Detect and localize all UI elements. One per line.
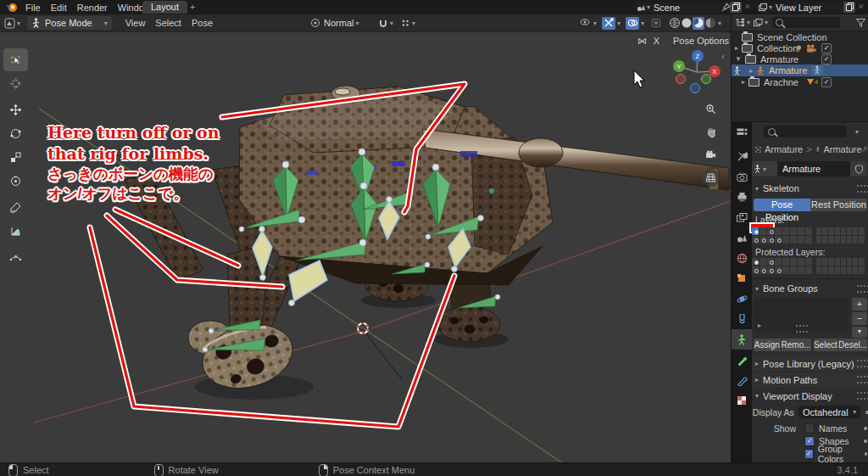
protected-layers-grid-left[interactable] bbox=[752, 258, 813, 274]
viewport-menu-view[interactable]: View bbox=[120, 18, 151, 28]
tab-tool[interactable] bbox=[732, 146, 752, 166]
proportional-edit-icon[interactable] bbox=[400, 18, 410, 28]
names-checkbox[interactable] bbox=[804, 423, 815, 434]
pin-icon[interactable] bbox=[862, 145, 867, 154]
exclude-checkbox[interactable]: ✓ bbox=[821, 54, 832, 64]
exclude-checkbox[interactable]: ✓ bbox=[821, 43, 832, 53]
tool-transform[interactable] bbox=[3, 170, 28, 193]
tab-render[interactable] bbox=[732, 166, 752, 187]
tool-pose-breakdowner[interactable] bbox=[3, 246, 28, 269]
tool-scale[interactable] bbox=[3, 146, 28, 169]
new-view-layer-button[interactable] bbox=[843, 2, 855, 13]
shading-solid-icon[interactable] bbox=[681, 17, 693, 29]
menu-file[interactable]: File bbox=[20, 3, 46, 13]
drag-grip-icon[interactable] bbox=[857, 376, 868, 384]
outliner-row-scene-collection[interactable]: Scene Collection bbox=[732, 31, 868, 42]
animate-dot[interactable] bbox=[864, 440, 867, 443]
breadcrumb-data[interactable]: Armature bbox=[823, 144, 861, 154]
xray-toggle-icon[interactable] bbox=[651, 18, 661, 28]
group-colors-checkbox[interactable]: ✓ bbox=[804, 449, 814, 459]
menu-edit[interactable]: Edit bbox=[46, 3, 72, 13]
remove-button[interactable]: Remo... bbox=[781, 339, 811, 351]
menu-render[interactable]: Render bbox=[72, 3, 113, 13]
drag-grip-icon[interactable] bbox=[857, 360, 868, 367]
tab-output[interactable] bbox=[732, 187, 752, 207]
pose-library-section-header[interactable]: ▸ Pose Library (Legacy) bbox=[752, 356, 868, 371]
tab-bone-constraint[interactable] bbox=[732, 370, 752, 390]
skeleton-section-header[interactable]: ▾ Skeleton bbox=[752, 182, 868, 195]
collapse-icon[interactable]: ▼ bbox=[735, 55, 742, 63]
bone-layers-grid-right[interactable] bbox=[816, 227, 865, 244]
add-workspace-button[interactable]: + bbox=[190, 2, 195, 12]
axis-neg-x[interactable] bbox=[676, 75, 686, 84]
snapping-controls[interactable]: ▾ ▾ bbox=[378, 18, 415, 28]
outliner-display-icon[interactable] bbox=[754, 19, 763, 27]
expand-icon[interactable]: ▸ bbox=[735, 44, 738, 52]
list-expand-icon[interactable]: ▸ bbox=[758, 322, 761, 329]
view-layer-selector[interactable]: ▾ View Layer bbox=[756, 2, 846, 13]
mode-selector[interactable]: Pose Mode ▾ bbox=[27, 16, 112, 30]
filter-icon[interactable] bbox=[856, 19, 865, 27]
workspace-tab-layout[interactable]: Layout bbox=[142, 1, 187, 14]
expand-icon[interactable]: ▸ bbox=[742, 78, 745, 86]
armature-name-input[interactable]: Armature bbox=[777, 161, 850, 176]
navigation-gizmo[interactable]: Z Y X bbox=[671, 48, 724, 98]
tool-move[interactable] bbox=[3, 98, 28, 121]
bone-groups-list[interactable]: ▸ bbox=[754, 298, 849, 333]
zoom-view-button[interactable] bbox=[702, 100, 720, 118]
shapes-checkbox[interactable]: ✓ bbox=[804, 436, 815, 446]
remove-bone-group-button[interactable]: − bbox=[852, 312, 867, 325]
shading-material-button[interactable] bbox=[693, 17, 704, 30]
properties-editor-selector[interactable] bbox=[732, 122, 752, 143]
bone-layers-grid-left[interactable] bbox=[752, 227, 813, 244]
expand-icon[interactable]: ▸ bbox=[749, 67, 753, 75]
tab-texture[interactable] bbox=[732, 390, 752, 411]
exclude-checkbox[interactable]: ✓ bbox=[821, 77, 832, 87]
outliner-row-armature-object-selected[interactable]: ▸ Armature bbox=[732, 64, 868, 76]
tool-cursor[interactable] bbox=[3, 72, 28, 95]
tool-annotate[interactable] bbox=[3, 196, 28, 219]
axis-neg-z[interactable] bbox=[691, 84, 700, 93]
tool-measure[interactable] bbox=[3, 220, 28, 243]
viewport-scene[interactable] bbox=[0, 0, 731, 462]
remove-view-layer-button[interactable]: ✕ bbox=[858, 3, 865, 11]
viewport-menu-pose[interactable]: Pose bbox=[186, 18, 218, 28]
new-scene-button[interactable] bbox=[730, 2, 742, 13]
pose-position-button[interactable]: Pose Position bbox=[754, 199, 810, 211]
display-as-dropdown[interactable]: Octahedral ▾ bbox=[798, 406, 860, 418]
blender-logo-icon[interactable] bbox=[5, 2, 19, 13]
gizmos-toggle[interactable] bbox=[602, 17, 615, 30]
tab-object-data-active[interactable] bbox=[732, 329, 752, 350]
tool-select-box[interactable] bbox=[3, 48, 28, 71]
mirror-x-button[interactable]: X bbox=[650, 35, 663, 47]
pin-icon[interactable] bbox=[722, 3, 730, 11]
fake-user-shield-button[interactable] bbox=[850, 161, 867, 176]
outliner-search-input[interactable] bbox=[772, 17, 840, 28]
viewport-display-section-header[interactable]: ▾ Viewport Display bbox=[752, 389, 868, 403]
outliner-editor-icon[interactable] bbox=[735, 18, 745, 27]
pan-view-button[interactable] bbox=[702, 123, 720, 141]
drag-grip-icon[interactable] bbox=[857, 392, 868, 400]
list-resize-grip[interactable] bbox=[796, 325, 808, 333]
show-object-types-icon[interactable] bbox=[580, 18, 592, 28]
shading-wireframe-icon[interactable] bbox=[669, 17, 681, 29]
outliner-row-collection[interactable]: ▸ Collection ✓ bbox=[732, 42, 868, 53]
perspective-toggle-button[interactable] bbox=[702, 169, 720, 187]
axis-neg-y[interactable] bbox=[702, 75, 711, 84]
bone-groups-section-header[interactable]: ▾ Bone Groups bbox=[752, 282, 868, 295]
add-bone-group-button[interactable]: + bbox=[852, 298, 867, 311]
tool-rotate[interactable] bbox=[3, 122, 28, 145]
outliner-row-armature-collection[interactable]: ▼ Armature ✓ bbox=[732, 53, 868, 64]
scene-selector[interactable]: ▾ Scene bbox=[634, 2, 732, 13]
animate-dot[interactable] bbox=[865, 452, 868, 456]
pose-options-dropdown[interactable]: Pose Options ▾ bbox=[668, 35, 739, 47]
animate-dot[interactable] bbox=[864, 427, 867, 430]
outliner-row-arachne[interactable]: ▸ Arachne 4 ✓ bbox=[732, 76, 868, 87]
properties-search-input[interactable] bbox=[764, 126, 847, 137]
transform-orientation[interactable]: Normal ▾ bbox=[310, 18, 359, 28]
tab-physics[interactable] bbox=[732, 288, 752, 309]
rest-position-button[interactable]: Rest Position bbox=[810, 199, 867, 211]
protected-layers-grid-right[interactable] bbox=[816, 258, 865, 274]
select-button[interactable]: Select bbox=[814, 339, 838, 351]
shading-rendered-icon[interactable] bbox=[704, 17, 716, 29]
